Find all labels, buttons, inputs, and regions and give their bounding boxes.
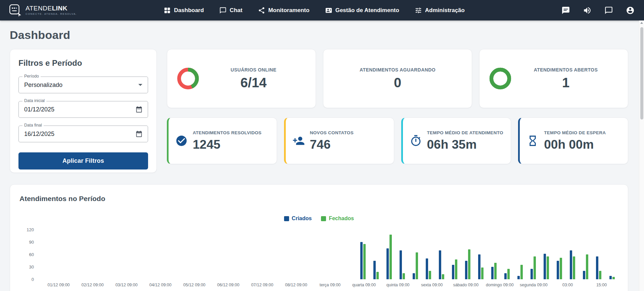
criados-swatch <box>284 216 289 221</box>
bar-criados <box>609 276 612 279</box>
x-tick-label: terça 09:00 <box>313 283 347 287</box>
bar-pair <box>514 230 527 279</box>
top-navbar: ATENDELINK CONECTE. ATENDA. RESOLVA. Das… <box>0 0 644 20</box>
bar-criados <box>413 273 415 280</box>
x-tick-label: quinta 09:00 <box>381 283 415 287</box>
bar-pair <box>225 230 238 279</box>
stats-row-bottom: ATENDIMENTOS RESOLVIDOS 1245 NOVOS CONTA… <box>167 117 628 164</box>
bar-fechados <box>534 256 536 279</box>
x-tick-label: 15:00 <box>585 283 618 287</box>
grid-icon <box>164 7 171 14</box>
bar-fechados <box>507 269 510 279</box>
x-tick-label: segunda 09:00 <box>517 283 551 287</box>
stat-value: 1245 <box>193 138 262 152</box>
legend-label-criados: Criados <box>292 215 312 222</box>
calendar-icon[interactable] <box>136 131 142 137</box>
bar-criados <box>570 250 572 279</box>
scrollbar-thumb[interactable] <box>640 27 643 119</box>
nav-item-monitoramento[interactable]: Monitoramento <box>258 7 310 14</box>
nav-item-label: Administração <box>425 7 465 14</box>
stat-card-usuarios-online: USUÁRIOS ONLINE 6/14 <box>167 49 316 108</box>
chart-plot <box>42 230 618 279</box>
end-date-label: Data final <box>22 123 44 128</box>
bar-criados <box>596 256 598 279</box>
stat-value: 0 <box>334 75 461 90</box>
x-tick-label: 05/12 09:00 <box>177 283 211 287</box>
legend-item-fechados[interactable]: Fechados <box>321 215 354 222</box>
stat-label: ATENDIMENTOS RESOLVIDOS <box>193 130 262 136</box>
chart-y-axis: 1209060300 <box>19 230 38 279</box>
stat-value: 6/14 <box>202 75 305 90</box>
end-date-value: 16/12/2025 <box>24 131 54 138</box>
x-tick-label: 01/12 09:00 <box>42 283 76 287</box>
period-label: Período <box>22 74 41 79</box>
calendar-icon[interactable] <box>136 106 142 113</box>
nav-item-gestao-de-atendimento[interactable]: Gestão de Atendimento <box>325 7 399 14</box>
messages-button[interactable] <box>561 6 570 15</box>
bar-criados <box>386 248 389 280</box>
main-navigation: Dashboard Chat Monitoramento Gestão de A… <box>164 7 465 14</box>
stat-card-novos-contatos: NOVOS CONTATOS 746 <box>284 117 394 164</box>
stat-label: ATENDIMENTOS AGUARDANDO <box>334 67 461 72</box>
bar-pair <box>107 230 120 279</box>
bar-fechados <box>429 271 431 279</box>
scroll-up-icon[interactable] <box>640 22 643 24</box>
stat-card-tempo-medio-atendimento: TEMPO MÉDIO DE ATENDIMENTO 06h 35m <box>401 117 511 164</box>
bar-pair <box>396 230 409 279</box>
bar-pair <box>199 230 212 279</box>
chat-bubble-icon <box>219 7 227 14</box>
end-date-input[interactable]: Data final 16/12/2025 <box>18 126 148 142</box>
bar-pair <box>55 230 68 279</box>
bar-pair <box>317 230 330 279</box>
chat-filled-icon <box>561 6 570 15</box>
start-date-input[interactable]: Data inicial 01/12/2025 <box>18 101 148 118</box>
bar-criados <box>465 261 467 280</box>
account-circle-icon <box>626 6 635 15</box>
bar-criados <box>531 269 533 279</box>
navbar-actions <box>561 6 635 15</box>
online-users-donut-chart <box>176 66 200 91</box>
filters-heading: Filtros e Período <box>18 58 148 68</box>
internal-chat-button[interactable] <box>604 6 613 15</box>
bar-pair <box>501 230 514 279</box>
sound-button[interactable] <box>583 6 592 15</box>
nav-item-chat[interactable]: Chat <box>219 7 242 14</box>
stat-card-atendimentos-aguardando: ATENDIMENTOS AGUARDANDO 0 <box>323 49 472 108</box>
stat-value: 1 <box>514 75 617 90</box>
bar-pair <box>265 230 278 279</box>
account-button[interactable] <box>626 6 635 15</box>
bar-criados <box>504 273 507 280</box>
apply-filters-button[interactable]: Aplicar Filtros <box>18 152 148 169</box>
nav-item-dashboard[interactable]: Dashboard <box>164 7 204 14</box>
bar-pair <box>159 230 173 279</box>
brand[interactable]: ATENDELINK CONECTE. ATENDA. RESOLVA. <box>9 4 77 17</box>
period-select[interactable]: Período Personalizado <box>18 77 148 93</box>
chart-title: Atendimentos no Período <box>19 195 618 203</box>
atendelink-logo-icon <box>9 4 22 17</box>
bar-pair <box>251 230 265 279</box>
stat-label: TEMPO MÉDIO DE ESPERA <box>544 130 606 136</box>
bar-criados <box>439 250 441 279</box>
bar-pair <box>304 230 317 279</box>
bar-pair <box>527 230 540 279</box>
legend-item-criados[interactable]: Criados <box>284 215 312 222</box>
bar-pair <box>133 230 146 279</box>
nav-item-label: Chat <box>230 7 242 14</box>
bar-pair <box>120 230 133 279</box>
nav-item-administracao[interactable]: Administração <box>415 7 465 14</box>
nav-item-label: Dashboard <box>174 7 204 14</box>
x-tick-label: 08/12 09:00 <box>279 283 313 287</box>
bar-pair <box>422 230 435 279</box>
bar-pair <box>409 230 422 279</box>
page-title: Dashboard <box>10 29 628 42</box>
stat-value: 00h 00m <box>544 138 606 152</box>
bar-pair <box>553 230 566 279</box>
vertical-scrollbar[interactable] <box>639 20 644 291</box>
period-value: Personalizado <box>24 82 62 89</box>
stat-value: 746 <box>310 138 354 152</box>
stat-label: USUÁRIOS ONLINE <box>202 67 305 72</box>
bar-pair <box>461 230 474 279</box>
bar-pair <box>212 230 225 279</box>
contact-card-icon <box>325 7 332 14</box>
tune-sliders-icon <box>415 7 422 14</box>
